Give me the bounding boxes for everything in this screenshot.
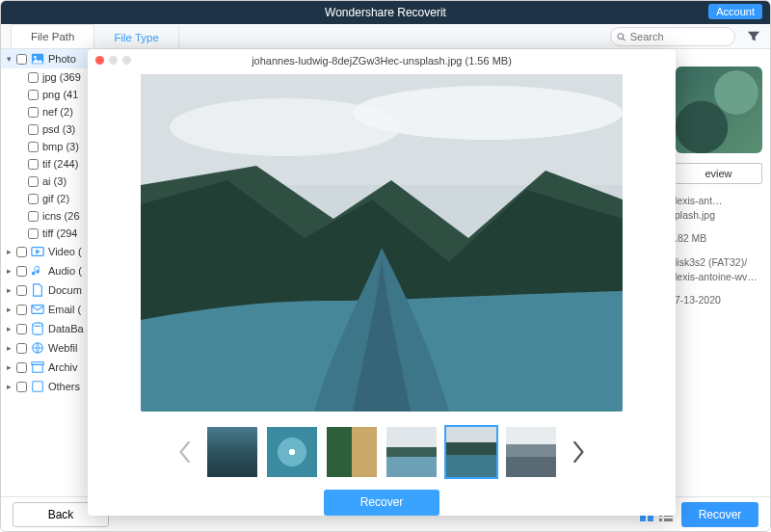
window-controls: [95, 56, 131, 65]
caret-right-icon: ▸: [5, 343, 13, 353]
checkbox[interactable]: [28, 124, 39, 135]
caret-right-icon: ▸: [5, 285, 13, 295]
label: tiff (294: [42, 227, 78, 239]
label: tif (244): [42, 158, 78, 170]
checkbox[interactable]: [16, 305, 27, 315]
caret-right-icon: ▸: [5, 305, 13, 314]
web-icon: [31, 341, 44, 355]
label: ai (3): [42, 175, 66, 187]
svg-rect-8: [33, 382, 43, 392]
preview-header: johannes-ludwig-8dejZGw3Hec-unsplash.jpg…: [88, 49, 676, 72]
label: Others: [48, 381, 80, 392]
email-icon: [31, 303, 44, 316]
search-icon: [617, 32, 626, 42]
checkbox[interactable]: [28, 142, 39, 152]
minimize-icon[interactable]: [109, 56, 118, 65]
prev-arrow[interactable]: [174, 431, 196, 473]
checkbox[interactable]: [28, 211, 39, 222]
checkbox[interactable]: [16, 266, 27, 277]
caret-right-icon: ▸: [5, 266, 13, 276]
svg-rect-11: [640, 516, 646, 521]
label: Email (: [48, 304, 81, 315]
app-title: Wondershare Recoverit: [325, 6, 446, 19]
checkbox-photo[interactable]: [16, 54, 27, 65]
checkbox[interactable]: [28, 228, 39, 239]
account-button[interactable]: Account: [708, 4, 762, 19]
image-icon: [31, 52, 44, 66]
checkbox[interactable]: [28, 159, 39, 170]
caret-right-icon: ▸: [5, 247, 13, 256]
checkbox[interactable]: [16, 343, 27, 354]
caret-right-icon: ▸: [5, 324, 13, 333]
thumbnail-2[interactable]: [267, 427, 317, 477]
label: Archiv: [48, 361, 78, 373]
document-icon: [31, 283, 44, 297]
checkbox[interactable]: [16, 285, 27, 296]
thumbnail-strip: [88, 425, 676, 480]
search-input[interactable]: [630, 31, 729, 42]
audio-icon: [31, 264, 44, 278]
checkbox[interactable]: [28, 107, 39, 118]
svg-point-1: [34, 56, 37, 59]
checkbox[interactable]: [28, 90, 39, 100]
details-size: .82 MB: [675, 231, 762, 246]
thumbnail-3[interactable]: [327, 427, 377, 477]
maximize-icon[interactable]: [122, 56, 131, 65]
caret-right-icon: ▸: [5, 382, 13, 391]
label: bmp (3): [42, 141, 79, 152]
filter-icon[interactable]: [747, 30, 760, 43]
label: Docum: [48, 284, 82, 296]
details-filename: lexis-ant…plash.jpg: [675, 194, 762, 222]
next-arrow[interactable]: [568, 431, 589, 473]
tab-file-path[interactable]: File Path: [11, 24, 94, 48]
preview-filename: johannes-ludwig-8dejZGw3Hec-unsplash.jpg…: [252, 55, 512, 66]
checkbox[interactable]: [28, 176, 39, 187]
label: psd (3): [42, 123, 75, 135]
others-icon: [31, 380, 44, 393]
thumbnail-1[interactable]: [207, 427, 257, 477]
label: icns (26: [42, 210, 80, 222]
details-panel: eview lexis-ant…plash.jpg .82 MB lisk3s2…: [666, 49, 770, 496]
svg-point-22: [353, 86, 623, 140]
details-path-2: lexis-antoine-wv…: [675, 270, 762, 284]
preview-image: [141, 74, 623, 412]
preview-button[interactable]: eview: [675, 163, 762, 184]
label: png (41: [42, 89, 78, 100]
caret-right-icon: ▸: [5, 362, 13, 372]
label: nef (2): [42, 106, 73, 118]
checkbox[interactable]: [16, 247, 27, 257]
label: gif (2): [42, 193, 69, 204]
svg-rect-17: [659, 519, 662, 521]
caret-down-icon: ▾: [5, 54, 13, 64]
sidebar-label: Photo: [48, 53, 76, 65]
label: Webfil: [48, 342, 77, 354]
svg-rect-18: [664, 519, 673, 521]
thumbnail-4[interactable]: [386, 427, 437, 477]
details-thumbnail: [676, 66, 762, 153]
svg-rect-7: [32, 362, 43, 365]
details-path-1: lisk3s2 (FAT32)/: [675, 255, 762, 270]
search-box[interactable]: [610, 27, 735, 46]
svg-rect-12: [648, 516, 653, 521]
checkbox[interactable]: [28, 194, 39, 204]
close-icon[interactable]: [95, 56, 104, 65]
details-date: 7-13-2020: [675, 293, 762, 307]
thumbnail-5[interactable]: [446, 427, 496, 477]
label: DataBa: [48, 323, 84, 334]
label: Video (: [48, 246, 82, 257]
label: jpg (369: [42, 71, 81, 83]
recover-button[interactable]: Recover: [681, 502, 758, 527]
archive-icon: [31, 360, 44, 374]
checkbox[interactable]: [16, 382, 27, 392]
checkbox[interactable]: [16, 324, 27, 334]
preview-recover-button[interactable]: Recover: [324, 490, 439, 516]
video-icon: [31, 245, 44, 258]
tab-row: File Path File Type: [1, 24, 770, 49]
label: Audio (: [48, 265, 82, 277]
tab-file-type[interactable]: File Type: [93, 24, 178, 48]
thumbnail-6[interactable]: [506, 427, 556, 477]
checkbox[interactable]: [16, 362, 27, 373]
checkbox[interactable]: [28, 72, 39, 83]
svg-rect-3: [32, 306, 43, 314]
titlebar: Wondershare Recoverit Account: [1, 1, 770, 24]
